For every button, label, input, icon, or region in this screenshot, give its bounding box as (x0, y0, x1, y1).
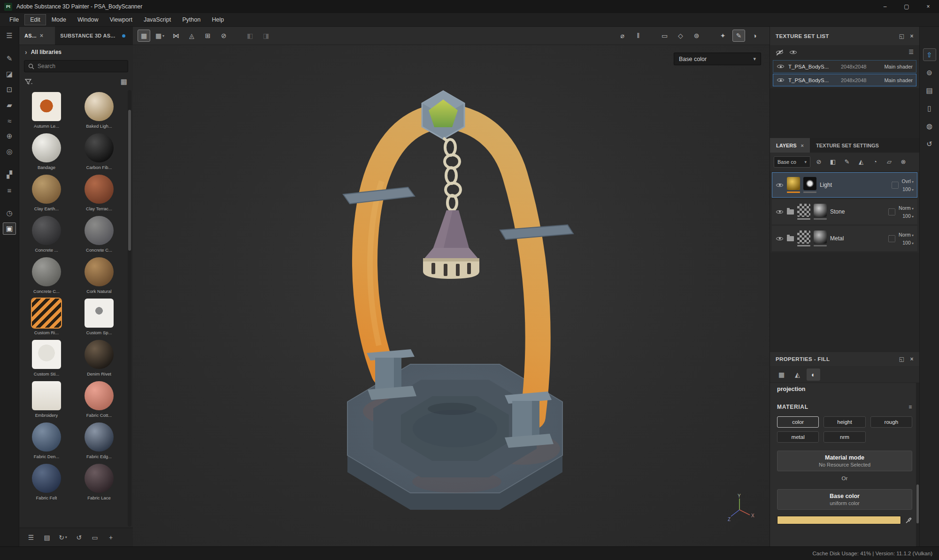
render-camera-icon[interactable]: ⊚ (923, 66, 936, 79)
paint-tool-icon[interactable]: ✎ (3, 53, 16, 65)
menu-item[interactable]: Edit (24, 14, 46, 25)
mirror-b-icon[interactable]: ◨ (260, 30, 272, 42)
mirror-a-icon[interactable]: ◧ (244, 30, 256, 42)
display-settings-icon[interactable]: ▤ (923, 84, 936, 97)
panel-tab[interactable]: LAYERS × (770, 138, 810, 153)
material-item[interactable]: Fabric Cott... (76, 381, 123, 418)
close-panel-icon[interactable]: × (910, 356, 914, 362)
properties-transform-tab[interactable]: ▦ (775, 368, 788, 381)
material-item[interactable]: Fabric Edg... (76, 422, 123, 459)
tab-close-icon[interactable]: × (801, 143, 804, 148)
material-item[interactable]: Autumn Le... (23, 92, 70, 129)
brush-mode-icon[interactable]: ✎ (732, 30, 745, 42)
base-color-swatch[interactable] (777, 516, 901, 524)
eyedropper-icon[interactable] (905, 517, 912, 524)
material-item[interactable]: Embroidery (23, 381, 70, 418)
layers-channel-dropdown[interactable]: Base co (774, 156, 810, 168)
grid-view-icon[interactable]: ▦ (121, 77, 127, 86)
layer-thumbnail[interactable] (787, 177, 800, 190)
add-mask-icon[interactable]: ◧ (827, 156, 839, 168)
share-export-icon[interactable]: ⇧ (923, 48, 936, 61)
material-item[interactable]: Concrete C... (76, 216, 123, 253)
viewport-channel-dropdown[interactable]: Base color (674, 53, 761, 65)
stack-view-icon[interactable]: ≡ (3, 184, 16, 196)
channel-chip[interactable]: height (824, 416, 865, 428)
layer-mask-thumbnail[interactable] (814, 230, 827, 244)
channel-chip[interactable]: color (777, 416, 819, 428)
add-fill-layer-icon[interactable]: ◭ (855, 156, 867, 168)
add-smart-material-icon[interactable]: ◔ (870, 156, 881, 168)
geometry-mask-icon[interactable] (888, 208, 895, 215)
minimize-button[interactable]: – (874, 0, 896, 13)
layer-blend-mode[interactable]: Norm (899, 205, 914, 211)
channel-chip[interactable]: nrm (824, 431, 865, 443)
visibility-eye-icon[interactable] (777, 63, 785, 70)
asset-folder-icon[interactable]: ▭ (88, 531, 102, 544)
close-panel-icon[interactable]: × (910, 33, 914, 39)
material-item[interactable]: Concrete ... (23, 216, 70, 253)
close-button[interactable]: × (917, 0, 939, 13)
marquee-select-icon[interactable]: ▭ (658, 30, 671, 42)
texture-set-row[interactable]: T_PSA_BodyS... 2048x2048 Main shader (773, 60, 916, 73)
layer-row[interactable]: Metal Norm 100 (772, 226, 917, 251)
geometry-mask-icon[interactable] (892, 182, 899, 189)
layer-visibility-eye-icon[interactable] (776, 182, 784, 189)
snap-grid-icon[interactable]: ▦ (138, 30, 150, 42)
properties-material-tab[interactable]: ◐ (807, 368, 820, 381)
scrollbar-thumb[interactable] (128, 110, 131, 251)
layer-visibility-eye-icon[interactable] (776, 235, 784, 242)
material-item[interactable]: Fabric Lace (76, 464, 123, 500)
no-snap-icon[interactable]: ⊘ (217, 30, 230, 42)
channel-chip[interactable]: metal (777, 431, 819, 443)
panel-tab[interactable]: TEXTURE SET SETTINGS (810, 138, 889, 153)
layer-mask-thumbnail[interactable] (803, 177, 816, 190)
undock-panel-icon[interactable]: ◱ (899, 356, 905, 362)
pause-engine-icon[interactable]: ‖ (632, 30, 645, 42)
polygon-fill-tool-icon[interactable]: ▰ (3, 99, 16, 111)
menu-item[interactable]: Python (177, 14, 206, 25)
menu-item[interactable]: Mode (46, 14, 72, 25)
layer-opacity[interactable]: 100 (902, 186, 914, 192)
delete-layer-icon[interactable]: ⊗ (898, 156, 909, 168)
geometry-mask-icon[interactable] (888, 235, 895, 242)
axis-gizmo[interactable]: Y X Z (727, 494, 757, 524)
grid-options-icon[interactable]: ▦ (154, 30, 166, 42)
menu-item[interactable]: Window (72, 14, 104, 25)
assets-scrollbar[interactable] (128, 90, 131, 527)
material-item[interactable]: Bandage (23, 133, 70, 170)
material-picker-icon[interactable]: ◎ (3, 146, 16, 158)
material-item[interactable]: Custom Sti... (23, 340, 70, 376)
layer-mask-thumbnail[interactable] (814, 204, 827, 217)
eraser-tool-icon[interactable]: ◪ (3, 68, 16, 80)
channel-chip[interactable]: rough (870, 416, 912, 428)
symmetry-x-icon[interactable]: ⋈ (169, 30, 182, 42)
search-box[interactable] (24, 60, 128, 72)
material-item[interactable]: Baked Ligh... (76, 92, 123, 129)
material-item[interactable]: Custom Ri... (23, 299, 70, 335)
asset-stack-icon[interactable]: ▤ (40, 531, 54, 544)
layer-visibility-eye-icon[interactable] (776, 208, 784, 215)
menu-item[interactable]: File (4, 14, 24, 25)
layer-row[interactable]: Stone Norm 100 (772, 199, 917, 224)
search-input[interactable] (38, 63, 124, 69)
3d-viewport-canvas[interactable]: Base color Y X Z (133, 45, 770, 546)
material-item[interactable]: Fabric Felt (23, 464, 70, 500)
assets-tab[interactable]: SUBSTANCE 3D AS... (55, 27, 130, 45)
asset-details-icon[interactable]: ☰ (24, 531, 38, 544)
layer-blend-mode[interactable]: Ovrl (902, 178, 914, 184)
material-item[interactable]: Cork Natural (76, 257, 123, 294)
material-item[interactable]: Concrete C... (23, 257, 70, 294)
material-options-icon[interactable]: ≡ (908, 404, 912, 410)
layer-blend-mode[interactable]: Norm (899, 232, 914, 238)
projection-tool-icon[interactable]: ⊡ (3, 84, 16, 96)
menu-item[interactable]: Viewport (104, 14, 138, 25)
bake-tool-icon[interactable]: ◷ (3, 207, 16, 219)
menu-item[interactable]: JavaScript (138, 14, 177, 25)
properties-symmetry-tab[interactable]: ◭ (791, 368, 804, 381)
asset-refresh-icon[interactable]: ↻ (56, 531, 70, 544)
scrollbar-thumb[interactable] (916, 484, 919, 524)
asset-history-icon[interactable]: ↺ (72, 531, 86, 544)
history-log-icon[interactable]: ↺ (923, 138, 936, 150)
asset-add-icon[interactable]: + (104, 531, 118, 544)
base-color-mode-button[interactable]: Base color uniform color (777, 489, 912, 510)
